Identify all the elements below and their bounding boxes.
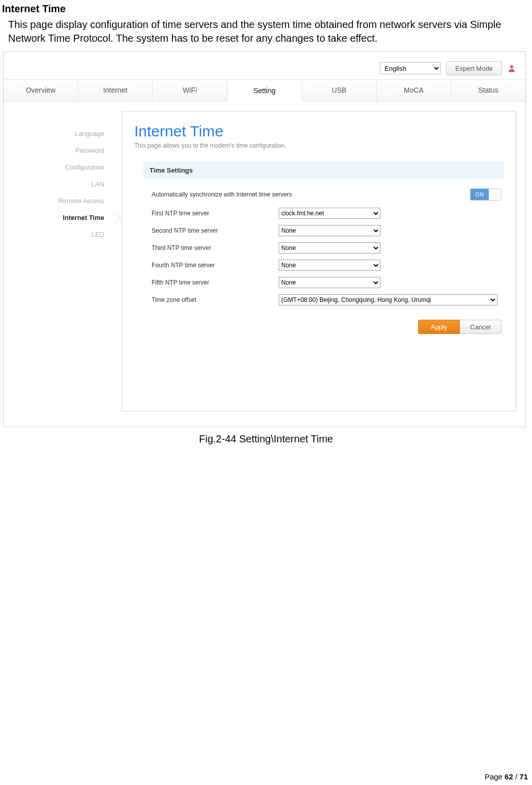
ntp5-select[interactable]: None — [279, 277, 380, 288]
page-footer: Page 62 / 71 — [485, 772, 528, 781]
figure-caption: Fig.2-44 Setting\Internet Time — [0, 433, 532, 445]
sidebar-item-lan[interactable]: LAN — [4, 176, 115, 192]
toggle-on-text: ON — [470, 189, 489, 200]
timezone-select[interactable]: (GMT+08:00) Beijing, Chongquing, Hong Ko… — [279, 294, 497, 305]
panel-subtitle: This page allows you to the modem's time… — [134, 142, 504, 149]
time-settings-section-header: Time Settings — [143, 161, 504, 179]
ntp2-label: Second NTP time server — [152, 227, 279, 234]
ntp1-select[interactable]: clock.fmt.he.net — [279, 208, 380, 219]
doc-description-paragraph: This page display configuration of time … — [8, 18, 527, 45]
tab-status[interactable]: Status — [451, 80, 525, 101]
ntp1-label: First NTP time server — [152, 210, 279, 217]
tab-moca[interactable]: MoCA — [377, 80, 452, 101]
tab-usb[interactable]: USB — [302, 80, 377, 101]
tab-wifi[interactable]: WiFi — [153, 80, 227, 101]
sidebar-item-configuration[interactable]: Configuration — [4, 159, 115, 176]
apply-button[interactable]: Apply — [418, 320, 460, 334]
panel-title: Internet Time — [134, 123, 504, 140]
sidebar-item-password[interactable]: Password — [4, 142, 115, 159]
user-icon[interactable] — [507, 64, 516, 73]
ntp3-label: Third NTP time server — [152, 244, 279, 251]
ntp4-label: Fourth NTP time server — [152, 262, 279, 269]
settings-sidebar: Language Password Configuration LAN Remo… — [4, 102, 115, 411]
auto-sync-toggle[interactable]: ON — [470, 188, 501, 201]
router-admin-screenshot: English Expert Mode Overview Internet Wi… — [3, 51, 526, 427]
tab-setting[interactable]: Setting — [227, 80, 302, 102]
timezone-label: Time zone offset — [152, 296, 279, 303]
sidebar-item-led[interactable]: LED — [4, 226, 115, 243]
toggle-knob — [489, 189, 501, 200]
doc-section-heading: Internet Time — [2, 3, 532, 15]
sidebar-item-remote-access[interactable]: Remote Access — [4, 192, 115, 209]
svg-point-0 — [510, 65, 513, 68]
language-select[interactable]: English — [380, 62, 441, 74]
tab-internet[interactable]: Internet — [78, 80, 153, 101]
cancel-button[interactable]: Cancel — [460, 320, 501, 334]
sidebar-item-language[interactable]: Language — [4, 125, 115, 142]
ntp2-select[interactable]: None — [279, 225, 380, 236]
ntp5-label: Fifth NTP time server — [152, 279, 279, 286]
tab-overview[interactable]: Overview — [4, 80, 78, 101]
expert-mode-button[interactable]: Expert Mode — [446, 61, 502, 75]
sidebar-item-internet-time[interactable]: Internet Time — [4, 209, 115, 226]
auto-sync-label: Automatically synchronize with Internet … — [152, 191, 292, 198]
ntp3-select[interactable]: None — [279, 242, 380, 254]
content-panel: Internet Time This page allows you to th… — [122, 111, 516, 411]
top-bar: English Expert Mode — [4, 52, 525, 79]
main-tab-bar: Overview Internet WiFi Setting USB MoCA … — [4, 79, 525, 102]
ntp4-select[interactable]: None — [279, 260, 380, 271]
